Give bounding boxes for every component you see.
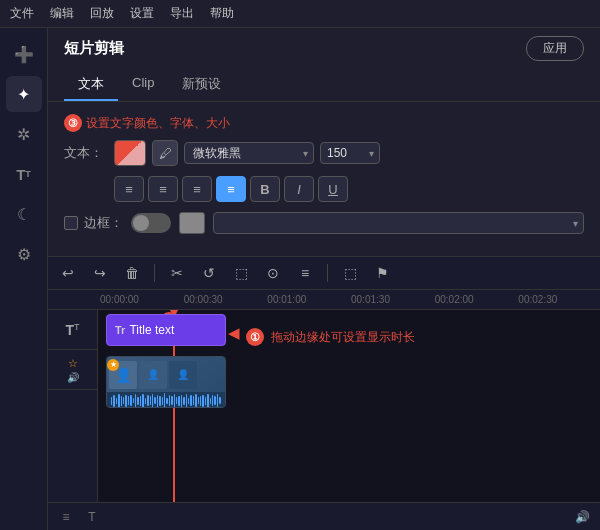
wave-bar <box>190 395 191 406</box>
ruler-mark-1: 00:00:30 <box>182 294 266 305</box>
wave-bar <box>125 395 126 407</box>
cut-button[interactable]: ✂ <box>165 261 189 285</box>
wave-bar <box>135 394 136 407</box>
track-add-button[interactable]: ≡ <box>56 507 76 527</box>
volume-button[interactable]: 🔊 <box>572 507 592 527</box>
menu-item-file[interactable]: 文件 <box>10 5 34 22</box>
bold-button[interactable]: B <box>250 176 280 202</box>
redo-button[interactable]: ↪ <box>88 261 112 285</box>
wave-bar <box>142 394 143 408</box>
wave-bar <box>176 397 177 404</box>
audio-waveform <box>107 392 225 408</box>
wave-bar <box>147 395 148 406</box>
wave-bar <box>113 395 114 407</box>
wave-bar <box>159 396 160 406</box>
wave-bar <box>150 396 151 405</box>
insert-button[interactable]: ⬚ <box>338 261 362 285</box>
border-toggle[interactable] <box>131 213 171 233</box>
apply-button[interactable]: 应用 <box>526 36 584 61</box>
align-timeline-button[interactable]: ≡ <box>293 261 317 285</box>
track-settings-button[interactable]: T <box>82 507 102 527</box>
ruler-mark-0: 00:00:00 <box>98 294 182 305</box>
wave-bar <box>186 394 187 408</box>
wave-bar <box>128 396 129 405</box>
sidebar-icon-filter[interactable]: ☾ <box>6 196 42 232</box>
wave-bar <box>188 398 189 404</box>
underline-button[interactable]: U <box>318 176 348 202</box>
toolbar-separator-2 <box>327 264 328 282</box>
text-form-row: 文本： 🖊 微软雅黑 宋体 黑体 150 100 <box>64 140 584 166</box>
wave-bar <box>121 396 122 406</box>
font-select-wrapper: 微软雅黑 宋体 黑体 <box>184 142 314 164</box>
undo-button[interactable]: ↩ <box>56 261 80 285</box>
border-style-select[interactable] <box>213 212 584 234</box>
red-arrow-icon: ◀ <box>228 324 240 342</box>
text-color-swatch[interactable] <box>114 140 146 166</box>
border-checkbox-label[interactable]: 边框： <box>64 214 123 232</box>
tab-text[interactable]: 文本 <box>64 69 118 101</box>
wave-bar <box>157 395 158 407</box>
sidebar-icon-effects[interactable]: ✦ <box>6 76 42 112</box>
wave-bar <box>212 395 213 406</box>
menu-item-help[interactable]: 帮助 <box>210 5 234 22</box>
border-label: 边框： <box>84 214 123 232</box>
tracks-content: ② 双击 Tr Title text ◀ ① 拖动边缘处可设置显示时长 <box>98 310 600 502</box>
ruler-mark-2: 00:01:00 <box>265 294 349 305</box>
wave-bar <box>195 394 196 407</box>
annotation1-badge: ① <box>246 328 264 346</box>
border-checkbox[interactable] <box>64 216 78 230</box>
size-select-wrapper: 150 100 200 <box>320 142 380 164</box>
menu-item-export[interactable]: 导出 <box>170 5 194 22</box>
sidebar-icon-text[interactable]: TT <box>6 156 42 192</box>
wave-bar <box>202 395 203 407</box>
track-labels: T T ☆ 🔊 <box>48 310 98 502</box>
tab-clip[interactable]: Clip <box>118 69 168 101</box>
wave-bar <box>164 393 165 408</box>
wave-bar <box>207 394 208 408</box>
speed-button[interactable]: ⊙ <box>261 261 285 285</box>
title-clip[interactable]: Tr Title text <box>106 314 226 346</box>
border-style-wrapper <box>213 212 584 234</box>
star-badge: ★ <box>107 359 119 371</box>
thumb-frame-1: 👤 ★ <box>109 361 137 389</box>
ruler-mark-3: 00:01:30 <box>349 294 433 305</box>
wave-bar <box>200 396 201 406</box>
italic-button[interactable]: I <box>284 176 314 202</box>
panel-title-text: 短片剪辑 <box>64 39 124 58</box>
rotate-button[interactable]: ↺ <box>197 261 221 285</box>
toolbar-separator-1 <box>154 264 155 282</box>
tabs: 文本 Clip 新预设 <box>64 69 584 101</box>
color-dropper-button[interactable]: 🖊 <box>152 140 178 166</box>
tab-preset[interactable]: 新预设 <box>168 69 235 101</box>
delete-button[interactable]: 🗑 <box>120 261 144 285</box>
bottom-toolbar: ≡ T 🔊 <box>48 502 600 530</box>
border-color-swatch[interactable] <box>179 212 205 234</box>
text-controls: 🖊 微软雅黑 宋体 黑体 150 100 200 <box>114 140 584 166</box>
menu-item-playback[interactable]: 回放 <box>90 5 114 22</box>
menu-item-edit[interactable]: 编辑 <box>50 5 74 22</box>
wave-bar <box>123 397 124 404</box>
video-clip[interactable]: 👤 ★ 👤 👤 <box>106 356 226 408</box>
align-right-button[interactable]: ≡ <box>182 176 212 202</box>
align-center-button[interactable]: ≡ <box>148 176 178 202</box>
sidebar-icon-add[interactable]: ➕ <box>6 36 42 72</box>
crop-button[interactable]: ⬚ <box>229 261 253 285</box>
ruler-mark-4: 00:02:00 <box>433 294 517 305</box>
align-justify-button[interactable]: ≡ <box>216 176 246 202</box>
sidebar-icon-transition[interactable]: ✲ <box>6 116 42 152</box>
wave-bar <box>205 397 206 405</box>
timeline-ruler: 00:00:00 00:00:30 00:01:00 00:01:30 00:0… <box>48 290 600 310</box>
flag-button[interactable]: ⚑ <box>370 261 394 285</box>
wave-bar <box>145 398 146 404</box>
wave-bar <box>169 395 170 406</box>
font-select[interactable]: 微软雅黑 宋体 黑体 <box>184 142 314 164</box>
ruler-marks: 00:00:00 00:00:30 00:01:00 00:01:30 00:0… <box>98 294 600 305</box>
sidebar-icon-tools[interactable]: ⚙ <box>6 236 42 272</box>
wave-bar <box>210 398 211 404</box>
annotation3-row: ③ 设置文字颜色、字体、大小 <box>64 114 584 132</box>
size-select[interactable]: 150 100 200 <box>320 142 380 164</box>
align-left-button[interactable]: ≡ <box>114 176 144 202</box>
menu-item-settings[interactable]: 设置 <box>130 5 154 22</box>
panel-body: ③ 设置文字颜色、字体、大小 文本： 🖊 微软雅黑 宋体 黑体 <box>48 102 600 256</box>
wave-bar <box>219 397 220 404</box>
